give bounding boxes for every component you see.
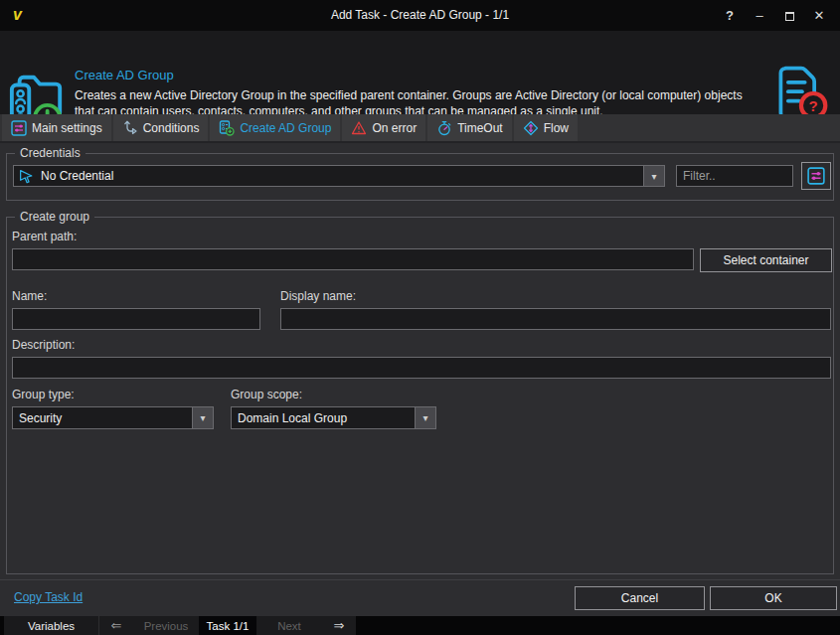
parent-path-input[interactable] — [12, 248, 694, 270]
copy-task-id-link[interactable]: Copy Task Id — [14, 590, 83, 604]
group-type-selected-value: Security — [13, 411, 192, 425]
footer-divider — [0, 579, 840, 580]
select-container-button[interactable]: Select container — [700, 248, 832, 272]
tab-main-settings[interactable]: Main settings — [2, 114, 111, 141]
svg-text:?: ? — [809, 97, 818, 114]
task-header: Create AD Group Creates a new Active Dir… — [0, 31, 840, 114]
group-type-dropdown-arrow-icon[interactable]: ▾ — [192, 407, 213, 428]
tab-label: Conditions — [143, 121, 200, 135]
tab-flow[interactable]: Flow — [514, 114, 578, 141]
branch-arrow-icon — [122, 120, 138, 136]
tab-timeout[interactable]: TimeOut — [427, 114, 512, 141]
flow-diamond-icon — [523, 120, 539, 136]
add-task-dialog: v Add Task - Create AD Group - 1/1 ? – ✕… — [0, 0, 840, 635]
ad-group-icon — [219, 120, 235, 136]
group-type-label: Group type: — [12, 388, 75, 401]
tab-conditions[interactable]: Conditions — [113, 114, 209, 141]
sliders-icon — [11, 120, 27, 136]
create-group-group-label: Create group — [15, 210, 94, 224]
name-input[interactable] — [12, 308, 260, 330]
credential-cursor-icon — [14, 168, 35, 185]
task-title: Create AD Group — [75, 68, 174, 82]
credentials-group-label: Credentials — [15, 146, 85, 160]
credential-filter-input[interactable] — [676, 165, 793, 187]
tab-create-ad-group[interactable]: Create AD Group — [210, 114, 340, 141]
group-type-dropdown[interactable]: Security ▾ — [12, 406, 214, 429]
title-bar: v Add Task - Create AD Group - 1/1 ? – ✕ — [0, 0, 840, 31]
help-button[interactable]: ? — [715, 0, 745, 31]
maximize-icon — [785, 12, 794, 21]
sliders-icon — [807, 167, 825, 185]
next-arrow-icon[interactable]: ⇒ — [322, 618, 356, 633]
display-name-input[interactable] — [280, 308, 831, 330]
tab-label: TimeOut — [457, 121, 503, 135]
display-name-label: Display name: — [280, 289, 356, 303]
credential-dropdown[interactable]: No Credential ▾ — [13, 165, 665, 187]
description-input[interactable] — [12, 357, 831, 379]
tab-label: On error — [372, 121, 417, 135]
group-scope-dropdown[interactable]: Domain Local Group ▾ — [231, 406, 436, 429]
group-scope-dropdown-arrow-icon[interactable]: ▾ — [415, 407, 435, 428]
task-counter-tab[interactable]: Task 1/1 — [199, 616, 256, 635]
cancel-button[interactable]: Cancel — [575, 586, 705, 610]
group-scope-selected-value: Domain Local Group — [232, 411, 415, 425]
previous-button[interactable]: Previous — [133, 620, 199, 632]
tab-content-panel: Credentials No Credential ▾ Create grou — [0, 143, 840, 616]
task-navigation: ⇐ Previous Task 1/1 Next ⇒ — [99, 616, 356, 635]
ok-button[interactable]: OK — [710, 586, 837, 610]
parent-path-label: Parent path: — [12, 230, 77, 243]
dialog-tabs: Main settings Conditions Create AD Group — [0, 114, 840, 141]
credential-settings-button[interactable] — [801, 162, 831, 190]
minimize-button[interactable]: – — [745, 0, 774, 31]
tab-label: Main settings — [32, 121, 102, 135]
stopwatch-icon — [436, 120, 452, 136]
close-button[interactable]: ✕ — [804, 0, 834, 31]
status-bar: Variables ⇐ Previous Task 1/1 Next ⇒ — [0, 616, 840, 635]
tab-label: Flow — [544, 121, 569, 135]
credential-selected-value: No Credential — [35, 169, 643, 183]
tab-on-error[interactable]: On error — [342, 114, 425, 141]
tab-label: Create AD Group — [240, 121, 331, 135]
credential-dropdown-arrow-icon[interactable]: ▾ — [643, 166, 664, 186]
previous-arrow-icon[interactable]: ⇐ — [99, 618, 133, 633]
next-button[interactable]: Next — [256, 620, 322, 632]
maximize-button[interactable] — [774, 0, 804, 31]
warning-triangle-icon — [351, 120, 367, 136]
name-label: Name: — [12, 289, 47, 303]
description-label: Description: — [12, 338, 75, 352]
group-scope-label: Group scope: — [231, 388, 302, 401]
variables-tab[interactable]: Variables — [4, 616, 99, 635]
